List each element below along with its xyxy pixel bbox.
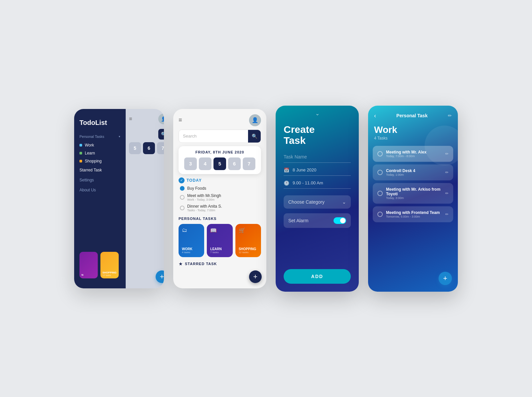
screens-container: TodoList Personal Tasks ▾ Work Learn Sho… bbox=[61, 86, 471, 312]
task-radio-alex[interactable] bbox=[377, 151, 383, 156]
date-box-5[interactable]: 5 bbox=[213, 157, 226, 170]
task-list: Meeting with Mr. Alex Today, 7:00m - 8:0… bbox=[368, 146, 458, 222]
back-button[interactable]: ‹ bbox=[374, 112, 376, 119]
sidebar-card-shopping[interactable]: Shopping 12 tasks bbox=[100, 252, 119, 278]
category-dropdown[interactable]: Choose Category ⌄ bbox=[284, 195, 351, 209]
search-submit-button[interactable]: 🔍 bbox=[248, 130, 261, 143]
task-time-field[interactable]: 🕐 9.00 - 11.00 Am bbox=[284, 180, 351, 189]
task-card-work[interactable]: 🗂 WORK 4 tasks bbox=[179, 224, 204, 257]
task-content-desk: Controll Desk 4 Today, 1:00m bbox=[386, 168, 442, 176]
task-text-1: Buy Foods bbox=[187, 186, 206, 191]
edit-task-arkiso-icon[interactable]: ✏ bbox=[445, 191, 449, 196]
task-radio-arkiso[interactable] bbox=[377, 191, 383, 196]
work-card-name: WORK bbox=[182, 247, 201, 251]
task-card-shopping[interactable]: 🛒 SHOPPING 12 tasks bbox=[235, 224, 261, 257]
hamburger-icon[interactable]: ≡ bbox=[129, 116, 132, 122]
edit-task-desk-icon[interactable]: ✏ bbox=[445, 170, 449, 175]
add-task-button[interactable]: ADD bbox=[284, 269, 351, 284]
sidebar-card-purple[interactable]: N bbox=[79, 252, 98, 278]
search-button[interactable]: 🔍 bbox=[158, 129, 164, 140]
learn-icon: 📖 bbox=[210, 227, 217, 234]
sidebar-item-settings[interactable]: Settings bbox=[79, 175, 120, 185]
task-time-alex: Today, 7:00m - 8:00m bbox=[386, 154, 442, 158]
avatar2: 👤 bbox=[249, 114, 261, 126]
date-box-4[interactable]: 4 bbox=[199, 157, 211, 170]
task-radio-2[interactable] bbox=[180, 195, 185, 200]
task-item-arkiso[interactable]: Meeting with Mr. Arkiso from Toyoti Toda… bbox=[373, 183, 453, 204]
fab-button[interactable]: + bbox=[156, 270, 164, 283]
date-num-7: 7 bbox=[157, 142, 164, 154]
fab-button2[interactable]: + bbox=[249, 270, 262, 283]
avatar: 👤 bbox=[158, 114, 164, 124]
task-radio-desk[interactable] bbox=[377, 170, 383, 175]
task-cards-row: 🗂 WORK 4 tasks 📖 LEARN 7 tasks 🛒 SHOPPIN… bbox=[179, 224, 261, 257]
today-section: ✓ TODAY Buy Foods Meet with Mr.Singh Wor… bbox=[173, 177, 266, 215]
sidebar-item-shopping[interactable]: Shopping bbox=[79, 157, 120, 165]
work-card-count: 4 tasks bbox=[182, 251, 201, 254]
edit-task-frontend-icon[interactable]: ✏ bbox=[445, 212, 449, 217]
date-num-6[interactable]: 6 bbox=[143, 142, 155, 154]
task-name-alex: Meeting with Mr. Alex bbox=[386, 150, 442, 154]
screen4-header: ‹ Personal Task ✏ bbox=[368, 106, 458, 119]
chevron-down-icon: ▾ bbox=[119, 135, 120, 138]
task-item-desk[interactable]: Controll Desk 4 Today, 1:00m ✏ bbox=[373, 164, 453, 180]
bottom-sheet-handle: ⌄ bbox=[276, 106, 359, 119]
date-box-7[interactable]: 7 bbox=[243, 157, 255, 170]
task-content-alex: Meeting with Mr. Alex Today, 7:00m - 8:0… bbox=[386, 150, 442, 158]
task-name-field[interactable] bbox=[284, 154, 351, 163]
screen1-header: ≡ 👤 bbox=[126, 109, 164, 129]
star-icon: ★ bbox=[179, 261, 183, 266]
personal-tasks-label2: PERSONAL TASKS bbox=[179, 217, 261, 221]
task-card-learn[interactable]: 📖 LEARN 7 tasks bbox=[207, 224, 232, 257]
sidebar-item-learn[interactable]: Learn bbox=[79, 149, 120, 157]
fab-button4[interactable]: + bbox=[439, 272, 452, 285]
personal-tasks-section2: PERSONAL TASKS 🗂 WORK 4 tasks 📖 LEARN 7 … bbox=[173, 217, 266, 257]
task-name-input[interactable] bbox=[284, 154, 351, 159]
date-strip: 5 6 7 bbox=[126, 142, 164, 157]
card-shopping-label: Shopping bbox=[102, 271, 117, 274]
sidebar-item-about[interactable]: About Us bbox=[79, 185, 120, 195]
task-item-2[interactable]: Meet with Mr.Singh Work - Today, 3:00m bbox=[179, 193, 261, 201]
today-label: TODAY bbox=[187, 178, 202, 183]
dropdown-chevron-icon: ⌄ bbox=[342, 199, 346, 205]
task-item-frontend[interactable]: Meeting with Frontend Team Tomorrow, 5:0… bbox=[373, 206, 453, 222]
starred-label: STARRED TASK bbox=[185, 262, 217, 266]
personal-tasks-section: Personal Tasks ▾ bbox=[79, 135, 120, 139]
task-item-3[interactable]: Dinner with Anita S. Tasks - Today, 7:00… bbox=[179, 204, 261, 212]
learn-label: Learn bbox=[85, 151, 95, 155]
date-num-5: 5 bbox=[129, 142, 141, 154]
sidebar-bottom-cards: N Shopping 12 tasks bbox=[79, 252, 120, 278]
task-content-arkiso: Meeting with Mr. Arkiso from Toyoti Toda… bbox=[386, 187, 442, 200]
shopping-dot bbox=[79, 160, 82, 162]
search-input[interactable]: Search bbox=[179, 131, 248, 141]
create-task-form: 📅 8 June 2020 🕐 9.00 - 11.00 Am Choose C… bbox=[276, 146, 359, 269]
task-date-field[interactable]: 📅 8 June 2020 bbox=[284, 167, 351, 176]
screen3: ⌄ Create Task 📅 8 June 2020 🕐 9.00 - 11.… bbox=[276, 106, 359, 292]
shopping-icon: 🛒 bbox=[239, 227, 245, 234]
edit-icon[interactable]: ✏ bbox=[448, 113, 452, 118]
work-dot bbox=[79, 144, 82, 147]
alarm-toggle[interactable] bbox=[333, 217, 346, 224]
shopping-label: Shopping bbox=[85, 159, 102, 163]
task-radio-frontend[interactable] bbox=[377, 212, 383, 217]
task-time-desk: Today, 1:00m bbox=[386, 173, 442, 176]
alarm-row: Set Alarm bbox=[284, 213, 351, 228]
task-radio-3[interactable] bbox=[180, 206, 185, 210]
date-popup-title: FRIDAY, 8TH JUNE 2020 bbox=[183, 150, 256, 154]
learn-card-name: LEARN bbox=[210, 247, 229, 251]
sidebar-item-starred[interactable]: Starred Task bbox=[79, 165, 120, 175]
personal-tasks-label: Personal Tasks bbox=[79, 135, 104, 139]
task-name-desk: Controll Desk 4 bbox=[386, 168, 442, 173]
task-item-1[interactable]: Buy Foods bbox=[179, 186, 261, 191]
edit-task-alex-icon[interactable]: ✏ bbox=[445, 151, 449, 156]
sidebar-item-work[interactable]: Work bbox=[79, 141, 120, 149]
screen2-header: ≡ 👤 bbox=[173, 109, 266, 130]
task-item-alex[interactable]: Meeting with Mr. Alex Today, 7:00m - 8:0… bbox=[373, 146, 453, 162]
date-box-3[interactable]: 3 bbox=[184, 157, 197, 170]
hamburger-icon2[interactable]: ≡ bbox=[179, 117, 182, 124]
date-row: 3 4 5 6 7 bbox=[183, 157, 256, 170]
task-radio-1[interactable] bbox=[180, 186, 185, 191]
date-box-6[interactable]: 6 bbox=[228, 157, 241, 170]
work-label: Work bbox=[85, 143, 94, 148]
create-task-title: Create Task bbox=[276, 119, 359, 146]
